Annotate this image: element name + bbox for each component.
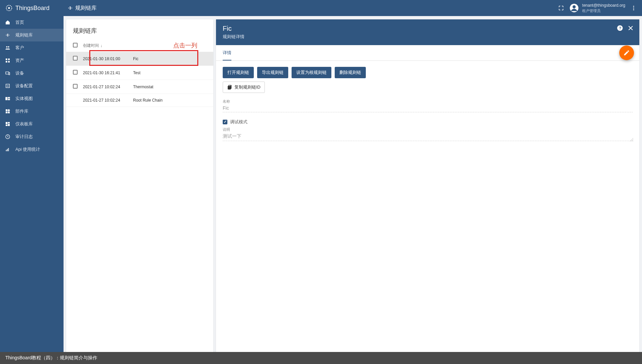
help-icon[interactable]: ? — [617, 25, 623, 31]
svg-text:?: ? — [619, 26, 621, 30]
export-rulechain-button[interactable]: 导出规则链 — [257, 67, 288, 78]
rulechain-icon — [67, 5, 73, 11]
field-name-label: 名称 — [223, 99, 633, 104]
app-logo: ThingsBoard — [5, 4, 64, 12]
svg-text:D: D — [7, 85, 9, 88]
sidebar-item-dashboards[interactable]: 仪表板库 — [0, 118, 64, 130]
sidebar-item-api[interactable]: Api 使用统计 — [0, 143, 64, 156]
field-name-value: Fic — [223, 104, 633, 112]
dashboards-icon — [5, 121, 11, 127]
svg-rect-27 — [8, 124, 10, 126]
more-icon[interactable] — [631, 5, 637, 11]
cell-time: 2021-01-30 18:01:00 — [83, 56, 133, 61]
svg-rect-25 — [8, 122, 10, 123]
svg-point-8 — [8, 46, 9, 47]
fullscreen-icon[interactable] — [558, 5, 564, 11]
field-desc-value: 测试一下 — [223, 133, 241, 139]
audit-icon — [5, 134, 11, 139]
table-row[interactable]: 2021-01-30 18:01:00 Fic — [66, 52, 213, 66]
sidebar-item-label: 仪表板库 — [15, 121, 33, 127]
logo-icon — [5, 4, 13, 12]
resize-handle-icon — [630, 138, 633, 141]
debug-checkbox[interactable] — [223, 120, 227, 124]
field-desc-label: 说明 — [223, 127, 633, 132]
open-rulechain-button[interactable]: 打开规则链 — [223, 67, 254, 78]
sidebar: 首页 规则链库 客户 资产 设备 D设备配置 实体视图 部件库 仪表板库 审计日… — [0, 16, 64, 364]
rulechain-icon — [5, 32, 11, 38]
sidebar-item-label: 客户 — [15, 45, 24, 51]
svg-rect-31 — [8, 148, 9, 151]
tabs: 详情 — [216, 46, 639, 61]
cell-time: 2021-01-27 10:02:24 — [83, 98, 133, 103]
row-checkbox[interactable] — [73, 84, 78, 89]
button-label: 复制规则链ID — [234, 84, 260, 90]
card-title: 规则链库 — [66, 19, 213, 39]
sidebar-item-views[interactable]: 实体视图 — [0, 92, 64, 105]
sidebar-item-label: 规则链库 — [15, 32, 33, 38]
tab-details[interactable]: 详情 — [223, 46, 231, 60]
close-icon[interactable] — [627, 25, 634, 31]
assets-icon — [5, 58, 11, 63]
sidebar-item-rulechain[interactable]: 规则链库 — [0, 29, 64, 41]
sidebar-item-label: 首页 — [15, 19, 24, 25]
svg-rect-30 — [7, 149, 8, 151]
svg-rect-11 — [6, 61, 7, 63]
sidebar-item-assets[interactable]: 资产 — [0, 54, 64, 67]
page-title: 规则链库 — [75, 5, 97, 12]
set-root-button[interactable]: 设置为根规则链 — [292, 67, 331, 78]
delete-rulechain-button[interactable]: 删除规则链 — [335, 67, 366, 78]
row-checkbox[interactable] — [73, 70, 78, 75]
detail-header: Fic 规则链详情 ? — [216, 19, 639, 45]
edit-button[interactable] — [619, 45, 634, 60]
svg-rect-23 — [8, 112, 10, 113]
sidebar-item-label: Api 使用统计 — [15, 146, 40, 152]
svg-point-5 — [633, 7, 634, 8]
svg-rect-17 — [5, 97, 7, 100]
table-row[interactable]: 2021-01-30 16:21:41 Test — [66, 66, 213, 80]
sidebar-item-widgets[interactable]: 部件库 — [0, 105, 64, 118]
cell-name: Thermostat — [133, 85, 207, 89]
sidebar-item-label: 部件库 — [15, 108, 28, 114]
api-icon — [5, 147, 11, 152]
sidebar-item-label: 实体视图 — [15, 96, 33, 102]
cell-name: Test — [133, 71, 207, 75]
svg-rect-13 — [6, 72, 9, 74]
sidebar-item-devices[interactable]: 设备 — [0, 67, 64, 80]
pencil-icon — [623, 49, 630, 56]
table-row[interactable]: 2021-01-27 10:02:24 Thermostat — [66, 80, 213, 94]
topbar: ThingsBoard 规则链库 tenant@thingsboard.org … — [0, 0, 642, 16]
sidebar-item-audit[interactable]: 审计日志 — [0, 130, 64, 143]
sort-desc-icon: ↓ — [100, 43, 102, 48]
cell-time: 2021-01-30 16:21:41 — [83, 71, 133, 75]
detail-panel: Fic 规则链详情 ? 详情 打开规则链 导出规则链 — [216, 19, 639, 361]
footer-text: ThingsBoard教程（四）：规则链简介与操作 — [5, 355, 97, 361]
cell-name: Fic — [133, 56, 207, 61]
profiles-icon: D — [5, 83, 11, 89]
sidebar-item-profiles[interactable]: D设备配置 — [0, 80, 64, 92]
svg-point-3 — [572, 5, 575, 8]
cell-name: Root Rule Chain — [133, 98, 207, 103]
app-name: ThingsBoard — [15, 5, 49, 12]
breadcrumb: 规则链库 — [67, 5, 97, 12]
rulechain-list-card: 规则链库 创建时间 ↓ 点击一列 2021-01-30 18:01:00 Fic — [66, 19, 213, 361]
sidebar-item-home[interactable]: 首页 — [0, 16, 64, 29]
svg-rect-26 — [6, 125, 7, 126]
sidebar-item-label: 审计日志 — [15, 134, 33, 140]
annotation-text: 点击一列 — [173, 41, 197, 49]
footer-caption: ThingsBoard教程（四）：规则链简介与操作 — [0, 352, 642, 364]
row-checkbox[interactable] — [73, 56, 78, 60]
sidebar-item-label: 资产 — [15, 57, 24, 64]
table-row[interactable]: 2021-01-27 10:02:24 Root Rule Chain — [66, 94, 213, 107]
sidebar-item-customers[interactable]: 客户 — [0, 41, 64, 54]
detail-title: Fic — [223, 25, 633, 32]
svg-rect-20 — [6, 109, 7, 111]
svg-point-7 — [6, 46, 7, 47]
column-time[interactable]: 创建时间 ↓ — [83, 43, 133, 48]
svg-rect-18 — [8, 97, 10, 98]
user-menu[interactable]: tenant@thingsboard.org 租户管理员 — [569, 3, 625, 13]
select-all-checkbox[interactable] — [73, 43, 78, 47]
customers-icon — [5, 45, 11, 50]
widgets-icon — [5, 109, 11, 114]
copy-id-button[interactable]: 复制规则链ID — [223, 82, 265, 93]
svg-rect-10 — [8, 58, 10, 60]
